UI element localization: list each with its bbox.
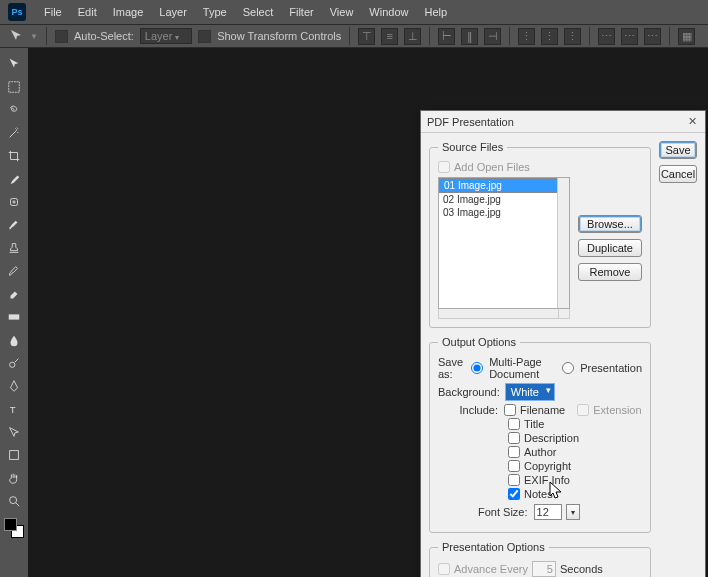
exif-checkbox[interactable] <box>508 474 520 486</box>
menu-view[interactable]: View <box>322 6 362 18</box>
scrollbar-vertical[interactable] <box>557 178 569 308</box>
distribute-top-icon[interactable]: ⋮ <box>518 28 535 45</box>
fontsize-label: Font Size: <box>478 506 528 518</box>
menu-edit[interactable]: Edit <box>70 6 105 18</box>
list-item[interactable]: 03 Image.jpg <box>439 206 569 219</box>
crop-tool[interactable] <box>3 146 25 166</box>
menu-help[interactable]: Help <box>416 6 455 18</box>
auto-select-label: Auto-Select: <box>74 30 134 42</box>
fontsize-input[interactable]: 12 <box>534 504 562 520</box>
marquee-tool[interactable] <box>3 77 25 97</box>
auto-select-dropdown[interactable]: Layer ▾ <box>140 28 192 44</box>
menu-window[interactable]: Window <box>361 6 416 18</box>
filename-checkbox[interactable] <box>504 404 516 416</box>
eyedropper-tool[interactable] <box>3 169 25 189</box>
move-tool[interactable] <box>3 54 25 74</box>
title-label: Title <box>524 418 544 430</box>
extension-label: Extension <box>593 404 641 416</box>
align-bottom-icon[interactable]: ⊥ <box>404 28 421 45</box>
notes-checkbox[interactable] <box>508 488 520 500</box>
list-item[interactable]: 01 Image.jpg <box>439 178 569 193</box>
presentation-options-legend: Presentation Options <box>438 541 549 553</box>
description-label: Description <box>524 432 579 444</box>
list-item[interactable]: 02 Image.jpg <box>439 193 569 206</box>
advance-label: Advance Every <box>454 563 528 575</box>
show-transform-label: Show Transform Controls <box>217 30 341 42</box>
auto-align-icon[interactable]: ▦ <box>678 28 695 45</box>
multipage-radio[interactable] <box>471 362 483 374</box>
shape-tool[interactable] <box>3 445 25 465</box>
menu-filter[interactable]: Filter <box>281 6 321 18</box>
browse-button[interactable]: Browse... <box>578 215 642 233</box>
distribute-bottom-icon[interactable]: ⋮ <box>564 28 581 45</box>
wand-tool[interactable] <box>3 123 25 143</box>
hand-tool[interactable] <box>3 468 25 488</box>
svg-rect-0 <box>9 82 20 93</box>
filename-label: Filename <box>520 404 565 416</box>
save-button[interactable]: Save <box>659 141 697 159</box>
ps-logo: Ps <box>8 3 26 21</box>
heal-tool[interactable] <box>3 192 25 212</box>
cancel-button[interactable]: Cancel <box>659 165 697 183</box>
dodge-tool[interactable] <box>3 353 25 373</box>
pen-tool[interactable] <box>3 376 25 396</box>
svg-text:T: T <box>10 404 16 415</box>
distribute-hcenter-icon[interactable]: ⋯ <box>621 28 638 45</box>
menu-select[interactable]: Select <box>235 6 282 18</box>
source-files-legend: Source Files <box>438 141 507 153</box>
copyright-label: Copyright <box>524 460 571 472</box>
svg-rect-5 <box>10 451 19 460</box>
presentation-radio[interactable] <box>562 362 574 374</box>
copyright-checkbox[interactable] <box>508 460 520 472</box>
gradient-tool[interactable] <box>3 307 25 327</box>
lasso-tool[interactable] <box>3 100 25 120</box>
brush-tool[interactable] <box>3 215 25 235</box>
menu-file[interactable]: File <box>36 6 70 18</box>
title-checkbox[interactable] <box>508 418 520 430</box>
zoom-tool[interactable] <box>3 491 25 511</box>
file-list[interactable]: 01 Image.jpg 02 Image.jpg 03 Image.jpg <box>438 177 570 309</box>
presentation-options-group: Presentation Options Advance Every 5 Sec… <box>429 541 651 577</box>
advance-checkbox <box>438 563 450 575</box>
menu-layer[interactable]: Layer <box>151 6 195 18</box>
output-options-group: Output Options Save as: Multi-Page Docum… <box>429 336 651 533</box>
fontsize-dropdown-button[interactable]: ▾ <box>566 504 580 520</box>
scrollbar-horizontal[interactable] <box>438 309 570 319</box>
add-open-files-checkbox <box>438 161 450 173</box>
align-vcenter-icon[interactable]: ≡ <box>381 28 398 45</box>
options-bar: ▼ Auto-Select: Layer ▾ Show Transform Co… <box>0 24 708 48</box>
dialog-title: PDF Presentation <box>427 116 514 128</box>
menu-type[interactable]: Type <box>195 6 235 18</box>
background-dropdown[interactable]: White <box>506 384 554 400</box>
exif-label: EXIF Info <box>524 474 570 486</box>
type-tool[interactable]: T <box>3 399 25 419</box>
distribute-right-icon[interactable]: ⋯ <box>644 28 661 45</box>
author-checkbox[interactable] <box>508 446 520 458</box>
auto-select-checkbox[interactable] <box>55 30 68 43</box>
path-tool[interactable] <box>3 422 25 442</box>
align-top-icon[interactable]: ⊤ <box>358 28 375 45</box>
distribute-left-icon[interactable]: ⋯ <box>598 28 615 45</box>
close-icon[interactable]: ✕ <box>685 115 699 129</box>
remove-button[interactable]: Remove <box>578 263 642 281</box>
presentation-label: Presentation <box>580 362 642 374</box>
distribute-vcenter-icon[interactable]: ⋮ <box>541 28 558 45</box>
align-left-icon[interactable]: ⊢ <box>438 28 455 45</box>
align-right-icon[interactable]: ⊣ <box>484 28 501 45</box>
color-swatches[interactable] <box>4 518 24 538</box>
source-files-group: Source Files Add Open Files 01 Image.jpg… <box>429 141 651 328</box>
move-tool-icon <box>8 28 24 44</box>
show-transform-checkbox[interactable] <box>198 30 211 43</box>
description-checkbox[interactable] <box>508 432 520 444</box>
seconds-label: Seconds <box>560 563 603 575</box>
add-open-files-label: Add Open Files <box>454 161 530 173</box>
blur-tool[interactable] <box>3 330 25 350</box>
output-options-legend: Output Options <box>438 336 520 348</box>
duplicate-button[interactable]: Duplicate <box>578 239 642 257</box>
stamp-tool[interactable] <box>3 238 25 258</box>
options-triangle-icon[interactable]: ▼ <box>30 32 38 41</box>
eraser-tool[interactable] <box>3 284 25 304</box>
align-hcenter-icon[interactable]: ‖ <box>461 28 478 45</box>
history-brush-tool[interactable] <box>3 261 25 281</box>
menu-image[interactable]: Image <box>105 6 152 18</box>
